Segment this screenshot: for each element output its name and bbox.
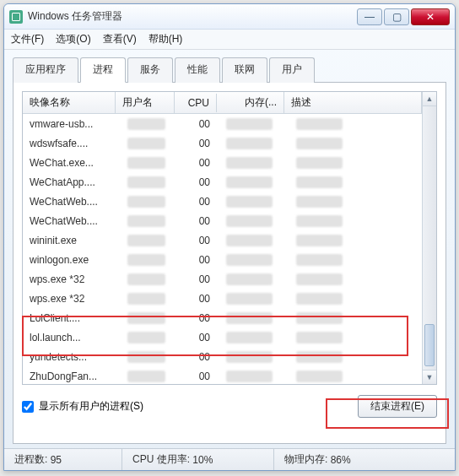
cell-image-name: LolClient....	[23, 311, 116, 326]
tab-services[interactable]: 服务	[127, 57, 173, 83]
cell-user-name	[116, 349, 175, 365]
table-row[interactable]: ZhuDongFan...00	[23, 366, 422, 384]
cell-image-name: WeChatWeb....	[23, 214, 116, 229]
process-table-body: vmware-usb...00wdswfsafe....00WeChat.exe…	[23, 114, 422, 384]
cell-cpu: 00	[175, 252, 217, 268]
cell-image-name: wps.exe *32	[23, 272, 116, 287]
cell-cpu: 00	[175, 194, 217, 209]
menu-view[interactable]: 查看(V)	[103, 32, 137, 46]
cell-user-name	[116, 116, 175, 132]
cell-cpu: 00	[175, 369, 217, 384]
cell-cpu: 00	[175, 311, 217, 326]
col-image-name[interactable]: 映像名称	[23, 92, 116, 113]
table-row[interactable]: lol.launch...00	[23, 327, 422, 347]
app-icon	[9, 10, 23, 24]
cell-memory	[217, 252, 284, 268]
cell-memory	[217, 311, 284, 326]
table-row[interactable]: WeChat.exe...00	[23, 153, 422, 172]
cell-memory	[217, 330, 284, 345]
cell-memory	[217, 136, 284, 151]
scroll-thumb[interactable]	[424, 324, 435, 366]
table-row[interactable]: wps.exe *3200	[23, 269, 422, 289]
cell-description	[284, 136, 422, 151]
cell-image-name: vmware-usb...	[23, 116, 116, 132]
cell-user-name	[116, 233, 175, 248]
cell-user-name	[116, 291, 175, 306]
show-all-users-label: 显示所有用户的进程(S)	[39, 399, 143, 414]
statusbar: 进程数: 95 CPU 使用率: 10% 物理内存: 86%	[4, 448, 455, 470]
table-row[interactable]: WeChatWeb....00	[23, 192, 422, 211]
cell-image-name: wdswfsafe....	[23, 136, 116, 151]
cell-description	[284, 175, 422, 190]
menu-file[interactable]: 文件(F)	[11, 32, 44, 46]
titlebar[interactable]: Windows 任务管理器 — ▢ ✕	[4, 4, 455, 30]
window-title: Windows 任务管理器	[28, 9, 357, 24]
col-description[interactable]: 描述	[284, 92, 422, 113]
table-row[interactable]: winlogon.exe00	[23, 250, 422, 269]
col-memory[interactable]: 内存(...	[217, 92, 284, 113]
table-row[interactable]: wps.exe *3200	[23, 289, 422, 308]
cell-user-name	[116, 272, 175, 287]
show-all-users-checkbox[interactable]: 显示所有用户的进程(S)	[22, 399, 358, 414]
cell-description	[284, 291, 422, 306]
cell-memory	[217, 233, 284, 248]
cell-image-name: WeChatApp....	[23, 175, 116, 190]
cell-user-name	[116, 330, 175, 345]
scroll-up-icon[interactable]: ▲	[423, 92, 436, 106]
tab-performance[interactable]: 性能	[175, 57, 220, 83]
task-manager-window: Windows 任务管理器 — ▢ ✕ 文件(F) 选项(O) 查看(V) 帮助…	[3, 3, 456, 471]
minimize-button[interactable]: —	[357, 8, 382, 25]
cell-memory	[217, 194, 284, 209]
maximize-button[interactable]: ▢	[384, 8, 409, 25]
cell-user-name	[116, 214, 175, 229]
tab-users[interactable]: 用户	[269, 57, 315, 83]
cell-cpu: 00	[175, 116, 217, 132]
cell-description	[284, 214, 422, 229]
vertical-scrollbar[interactable]: ▲ ▼	[422, 92, 436, 384]
status-cpu-usage: CPU 使用率: 10%	[122, 449, 274, 470]
cell-user-name	[116, 252, 175, 268]
table-row[interactable]: LolClient....00	[23, 308, 422, 327]
cell-cpu: 00	[175, 233, 217, 248]
table-row[interactable]: WeChatApp....00	[23, 172, 422, 192]
cell-image-name: wininit.exe	[23, 233, 116, 248]
cell-description	[284, 369, 422, 384]
show-all-users-input[interactable]	[22, 401, 34, 413]
scroll-down-icon[interactable]: ▼	[423, 370, 436, 384]
tab-processes[interactable]: 进程	[80, 57, 126, 83]
status-process-count: 进程数: 95	[4, 449, 122, 470]
table-row[interactable]: wdswfsafe....00	[23, 133, 422, 153]
menu-options[interactable]: 选项(O)	[56, 32, 90, 46]
table-row[interactable]: WeChatWeb....00	[23, 211, 422, 230]
cell-description	[284, 155, 422, 170]
cell-user-name	[116, 194, 175, 209]
cell-description	[284, 233, 422, 248]
tab-networking[interactable]: 联网	[222, 57, 267, 83]
cell-memory	[217, 349, 284, 365]
cell-image-name: wps.exe *32	[23, 291, 116, 306]
col-cpu[interactable]: CPU	[175, 94, 217, 112]
menu-help[interactable]: 帮助(H)	[148, 32, 183, 46]
table-row[interactable]: vmware-usb...00	[23, 114, 422, 133]
cell-image-name: winlogon.exe	[23, 252, 116, 268]
cell-user-name	[116, 311, 175, 326]
cell-cpu: 00	[175, 214, 217, 229]
scroll-track[interactable]	[423, 106, 436, 370]
table-row[interactable]: wininit.exe00	[23, 230, 422, 250]
cell-cpu: 00	[175, 175, 217, 190]
cell-memory	[217, 155, 284, 170]
cell-cpu: 00	[175, 136, 217, 151]
col-user-name[interactable]: 用户名	[116, 92, 175, 113]
cell-user-name	[116, 175, 175, 190]
cell-description	[284, 252, 422, 268]
cell-user-name	[116, 369, 175, 384]
processes-pane: 映像名称 用户名 CPU 内存(... 描述 vmware-usb...00wd…	[13, 83, 446, 444]
cell-cpu: 00	[175, 349, 217, 365]
cell-description	[284, 349, 422, 365]
cell-memory	[217, 116, 284, 132]
cell-cpu: 00	[175, 330, 217, 345]
table-row[interactable]: yundetects...00	[23, 347, 422, 366]
close-button[interactable]: ✕	[411, 8, 450, 25]
end-process-button[interactable]: 结束进程(E)	[358, 395, 437, 418]
tab-applications[interactable]: 应用程序	[13, 57, 78, 83]
